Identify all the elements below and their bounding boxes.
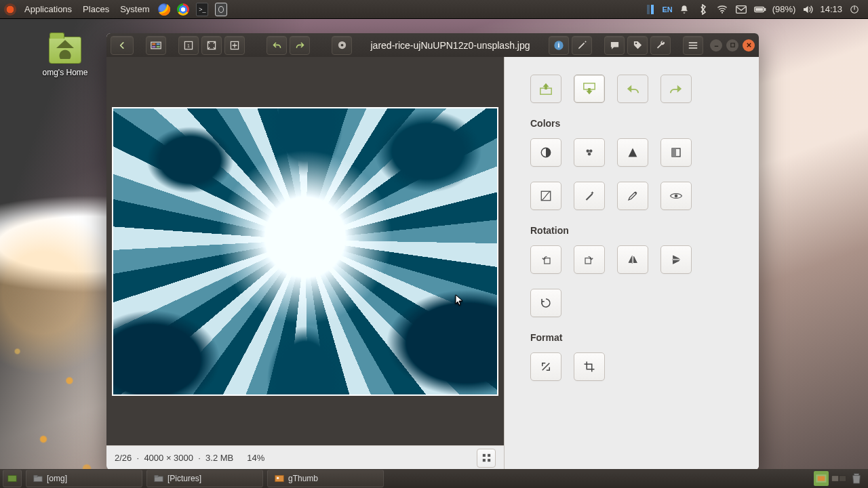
window-minimize-button[interactable]: [710, 39, 722, 52]
terminal-icon[interactable]: >_: [196, 3, 208, 16]
tool-rotate-right-button[interactable]: [574, 245, 605, 274]
battery-percent: (98%): [772, 4, 796, 14]
chrome-icon[interactable]: [177, 3, 189, 16]
screenshot-icon[interactable]: [215, 3, 227, 16]
back-button[interactable]: [111, 36, 134, 55]
tool-equalize-button[interactable]: [617, 138, 648, 167]
svg-rect-23: [482, 454, 485, 457]
edit-button[interactable]: [572, 36, 592, 55]
notifications-icon[interactable]: [678, 3, 690, 16]
status-file-info: 2/26 · 4000 × 3000 · 3.2 MB: [115, 453, 233, 463]
tool-rotate-left-button[interactable]: [530, 245, 561, 274]
tool-save-button[interactable]: [530, 75, 561, 103]
svg-rect-38: [585, 258, 591, 264]
svg-point-45: [277, 477, 279, 479]
svg-point-2: [722, 12, 723, 13]
svg-rect-49: [839, 476, 846, 481]
trash-icon[interactable]: [849, 471, 864, 486]
tool-adjust-colors-button[interactable]: [574, 138, 605, 167]
svg-rect-5: [755, 7, 763, 10]
desktop-home-label: omg's Home: [43, 68, 88, 77]
bluetooth-icon[interactable]: [697, 3, 709, 16]
tray-gthumb-icon[interactable]: [814, 471, 829, 486]
svg-rect-34: [672, 148, 676, 157]
undo-button[interactable]: [267, 36, 287, 55]
workspace-switcher[interactable]: [831, 471, 846, 486]
tool-red-eye-button[interactable]: [660, 182, 692, 210]
svg-point-30: [587, 150, 590, 153]
tool-flip-vertical-button[interactable]: [660, 245, 692, 274]
wifi-icon[interactable]: [716, 3, 728, 16]
tool-grayscale-button[interactable]: [660, 138, 692, 167]
tool-undo-button[interactable]: [617, 75, 648, 103]
desktop-home-folder[interactable]: omg's Home: [38, 37, 92, 77]
tool-enhance-button[interactable]: [574, 182, 605, 210]
menu-applications[interactable]: Applications: [19, 0, 77, 18]
tool-free-rotate-button[interactable]: [530, 289, 561, 317]
section-format-title: Format: [530, 332, 738, 343]
volume-icon[interactable]: [802, 3, 814, 16]
firefox-icon[interactable]: [158, 3, 170, 16]
svg-text:i: i: [558, 41, 560, 49]
fit-width-button[interactable]: [224, 36, 245, 55]
svg-rect-24: [488, 454, 490, 457]
window-close-button[interactable]: [743, 39, 755, 52]
svg-rect-1: [651, 5, 654, 14]
taskbar-item-label: [omg]: [47, 474, 67, 483]
tool-save-as-button[interactable]: [574, 75, 605, 103]
hamburger-menu-button[interactable]: [683, 36, 703, 55]
tool-adjust-contrast-button[interactable]: [530, 138, 561, 167]
language-indicator[interactable]: EN: [660, 5, 674, 14]
fit-actual-button[interactable]: 1: [178, 36, 199, 55]
mail-icon[interactable]: [735, 3, 747, 16]
svg-rect-44: [275, 475, 283, 481]
redo-button[interactable]: [290, 36, 310, 55]
image-canvas[interactable]: [106, 57, 504, 445]
tags-button[interactable]: [627, 36, 648, 55]
taskbar-item-pictures[interactable]: [Pictures]: [146, 470, 263, 487]
thumbnail-grid-button[interactable]: [477, 449, 496, 468]
tool-flip-horizontal-button[interactable]: [617, 245, 648, 274]
browser-view-button[interactable]: [146, 36, 166, 55]
titlebar: 1 jared-rice-ujNuUPN12z0-unsplash.jpg i: [106, 33, 759, 57]
os-logo-icon[interactable]: [4, 3, 16, 16]
gthumb-icon: [275, 474, 284, 483]
svg-rect-43: [155, 475, 158, 476]
save-button[interactable]: [332, 36, 352, 55]
tool-color-picker-button[interactable]: [617, 182, 648, 210]
tool-curves-button[interactable]: [530, 182, 561, 210]
svg-rect-41: [34, 475, 37, 476]
status-bar: 2/26 · 4000 × 3000 · 3.2 MB 14%: [106, 445, 504, 470]
svg-point-21: [635, 43, 637, 45]
edit-side-panel: Colors: [504, 57, 759, 470]
section-rotation-title: Rotation: [530, 225, 738, 236]
tool-crop-button[interactable]: [574, 352, 605, 381]
svg-rect-50: [854, 474, 859, 476]
menu-system[interactable]: System: [115, 0, 155, 18]
comment-button[interactable]: [604, 36, 625, 55]
battery-icon[interactable]: [754, 3, 766, 16]
svg-rect-47: [818, 476, 825, 481]
window-maximize-button[interactable]: [726, 39, 738, 52]
svg-rect-0: [647, 5, 650, 14]
fit-window-button[interactable]: [201, 36, 222, 55]
tools-button[interactable]: [650, 36, 671, 55]
bottom-panel: [omg] [Pictures] gThumb: [0, 469, 868, 488]
mouse-cursor-icon: [455, 294, 463, 306]
taskbar-item-gthumb[interactable]: gThumb: [267, 470, 384, 487]
info-button[interactable]: i: [549, 36, 569, 55]
svg-text:1: 1: [187, 43, 190, 47]
displayed-image: [112, 107, 498, 396]
image-viewer-pane: 2/26 · 4000 × 3000 · 3.2 MB 14%: [106, 57, 504, 470]
power-icon[interactable]: [848, 3, 861, 16]
tool-redo-button[interactable]: [660, 75, 692, 103]
svg-rect-39: [8, 475, 16, 481]
clock[interactable]: 14:13: [820, 4, 842, 14]
tool-resize-button[interactable]: [530, 352, 561, 381]
taskbar-item-filemanager[interactable]: [omg]: [26, 470, 142, 487]
show-desktop-icon: [7, 474, 17, 483]
keyboard-indicator-icon[interactable]: [644, 3, 656, 16]
svg-rect-12: [157, 45, 160, 47]
menu-places[interactable]: Places: [77, 0, 115, 18]
show-desktop-button[interactable]: [3, 470, 22, 487]
